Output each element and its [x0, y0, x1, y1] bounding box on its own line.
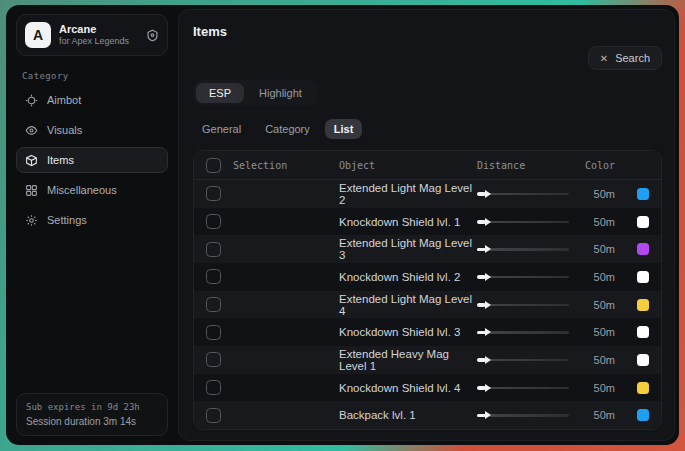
- distance-slider[interactable]: [477, 354, 569, 366]
- color-swatch[interactable]: [637, 299, 649, 311]
- object-name: Extended Light Mag Level 2: [339, 182, 477, 206]
- table-row: Extended Light Mag Level 4 50m: [194, 291, 661, 319]
- gear-icon: [25, 214, 38, 227]
- brand-card: A Arcane for Apex Legends: [16, 14, 168, 56]
- distance-slider[interactable]: [477, 409, 569, 421]
- sidebar-item-settings[interactable]: Settings: [16, 207, 168, 233]
- sidebar-item-miscellaneous[interactable]: Miscellaneous: [16, 177, 168, 203]
- app-logo: A: [25, 22, 51, 48]
- row-checkbox[interactable]: [206, 380, 221, 395]
- category-label: Category: [22, 71, 168, 81]
- color-swatch[interactable]: [637, 354, 649, 366]
- color-swatch[interactable]: [637, 326, 649, 338]
- distance-slider[interactable]: [477, 243, 569, 255]
- row-checkbox[interactable]: [206, 269, 221, 284]
- distance-value: 50m: [569, 409, 615, 421]
- distance-value: 50m: [569, 354, 615, 366]
- object-name: Extended Heavy Mag Level 1: [339, 348, 477, 372]
- distance-slider[interactable]: [477, 216, 569, 228]
- shield-icon[interactable]: [146, 29, 159, 42]
- object-name: Knockdown Shield lvl. 1: [339, 216, 477, 228]
- distance-value: 50m: [569, 382, 615, 394]
- color-swatch[interactable]: [637, 409, 649, 421]
- distance-value: 50m: [569, 326, 615, 338]
- tab-list[interactable]: List: [325, 119, 363, 139]
- distance-slider[interactable]: [477, 299, 569, 311]
- row-checkbox[interactable]: [206, 352, 221, 367]
- tab-category[interactable]: Category: [256, 119, 319, 139]
- app-window: A Arcane for Apex Legends Category: [6, 5, 679, 445]
- brand-title: Arcane: [59, 23, 138, 37]
- sidebar-item-label: Aimbot: [47, 94, 81, 106]
- main-panel: Items ✕ Search ESP Highlight General Cat…: [178, 9, 675, 441]
- object-name: Extended Light Mag Level 4: [339, 293, 477, 317]
- column-header-distance: Distance: [477, 160, 569, 171]
- sidebar-item-visuals[interactable]: Visuals: [16, 117, 168, 143]
- brand-subtitle: for Apex Legends: [59, 36, 138, 47]
- page-title: Items: [193, 24, 227, 39]
- row-checkbox[interactable]: [206, 186, 221, 201]
- table-row: Knockdown Shield lvl. 3 50m: [194, 318, 661, 346]
- table-row: Knockdown Shield lvl. 2 50m: [194, 263, 661, 291]
- box-icon: [25, 154, 38, 167]
- object-name: Extended Light Mag Level 3: [339, 237, 477, 261]
- table-row: Extended Light Mag Level 3 50m: [194, 235, 661, 263]
- distance-slider[interactable]: [477, 188, 569, 200]
- session-card: Sub expires in 9d 23h Session duration 3…: [16, 393, 168, 436]
- distance-slider[interactable]: [477, 271, 569, 283]
- table-row: Knockdown Shield lvl. 1 50m: [194, 208, 661, 236]
- distance-value: 50m: [569, 299, 615, 311]
- distance-slider[interactable]: [477, 382, 569, 394]
- table-row: Knockdown Shield lvl. 4 50m: [194, 374, 661, 402]
- color-swatch[interactable]: [637, 271, 649, 283]
- column-header-selection: Selection: [221, 160, 339, 171]
- session-duration-text: Session duration 3m 14s: [26, 416, 158, 427]
- row-checkbox[interactable]: [206, 297, 221, 312]
- color-swatch[interactable]: [637, 216, 649, 228]
- sidebar-item-aimbot[interactable]: Aimbot: [16, 87, 168, 113]
- color-swatch[interactable]: [637, 188, 649, 200]
- eye-icon: [25, 124, 38, 137]
- row-checkbox[interactable]: [206, 214, 221, 229]
- sidebar-item-label: Items: [47, 154, 74, 166]
- distance-slider[interactable]: [477, 326, 569, 338]
- sidebar-nav: Aimbot Visuals Items: [16, 87, 168, 233]
- row-checkbox[interactable]: [206, 408, 221, 423]
- sidebar-item-label: Miscellaneous: [47, 184, 117, 196]
- row-checkbox[interactable]: [206, 325, 221, 340]
- sidebar-item-label: Settings: [47, 214, 87, 226]
- tab-highlight[interactable]: Highlight: [246, 83, 315, 103]
- sidebar-item-items[interactable]: Items: [16, 147, 168, 173]
- search-button-label: Search: [615, 52, 650, 64]
- tab-general[interactable]: General: [193, 119, 250, 139]
- mode-tab-group: ESP Highlight: [193, 80, 318, 106]
- search-button[interactable]: ✕ Search: [588, 46, 662, 70]
- color-swatch[interactable]: [637, 382, 649, 394]
- object-name: Knockdown Shield lvl. 2: [339, 271, 477, 283]
- grid-icon: [25, 184, 38, 197]
- view-tab-group: General Category List: [193, 119, 662, 139]
- table-row: Extended Heavy Mag Level 1 50m: [194, 346, 661, 374]
- color-swatch[interactable]: [637, 243, 649, 255]
- distance-value: 50m: [569, 216, 615, 228]
- sidebar: A Arcane for Apex Legends Category: [10, 9, 174, 441]
- tab-esp[interactable]: ESP: [196, 83, 244, 103]
- object-name: Knockdown Shield lvl. 3: [339, 326, 477, 338]
- column-header-object: Object: [339, 160, 477, 171]
- table-row: Backpack lvl. 1 50m: [194, 401, 661, 429]
- close-icon: ✕: [600, 53, 608, 64]
- table-body: Extended Light Mag Level 2 50m Knockdown…: [194, 180, 661, 429]
- crosshair-icon: [25, 94, 38, 107]
- row-checkbox[interactable]: [206, 242, 221, 257]
- object-name: Backpack lvl. 1: [339, 409, 477, 421]
- table-header-row: Selection Object Distance Color: [194, 151, 661, 180]
- table-row: Extended Light Mag Level 2 50m: [194, 180, 661, 208]
- distance-value: 50m: [569, 271, 615, 283]
- items-table: Selection Object Distance Color Extended…: [193, 150, 662, 430]
- sub-expires-text: Sub expires in 9d 23h: [26, 402, 158, 412]
- select-all-checkbox[interactable]: [206, 158, 221, 173]
- column-header-color: Color: [569, 160, 615, 171]
- distance-value: 50m: [569, 188, 615, 200]
- object-name: Knockdown Shield lvl. 4: [339, 382, 477, 394]
- distance-value: 50m: [569, 243, 615, 255]
